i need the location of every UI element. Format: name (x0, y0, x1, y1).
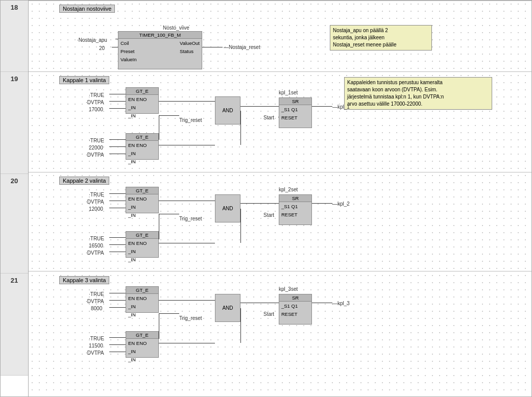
gte-in2-lower: _IN (128, 158, 147, 165)
and-block-21: AND (215, 294, 240, 322)
wire-gte-and-19 (159, 101, 215, 102)
gte-left-21-lower: EN ENO _IN _IN (128, 340, 147, 363)
true-label-20-1: ·TRUE (89, 192, 104, 197)
wire-22000 (109, 146, 126, 147)
gte-title-21-upper: GT_E (126, 287, 158, 294)
true-label-21-1: ·TRUE (89, 291, 104, 297)
val-22000-label: 22000 (89, 145, 103, 151)
sr-start: RESET (281, 114, 298, 121)
val-16500-label: 16500 (89, 243, 103, 249)
timer-valuein: ValueIn (120, 56, 137, 63)
wire-17000 (109, 108, 126, 109)
timer-preset: Preset (120, 48, 137, 55)
gte-left-21-upper: EN ENO _IN _IN (128, 295, 147, 318)
nostaja-reset-label: —Nostaja_reset (224, 44, 260, 50)
comment-box-19: Kappaleiden tunnistus perustuu kameralta… (344, 77, 492, 110)
gte-in1-lower: _IN (128, 150, 147, 157)
gte-title-20-lower: GT_E (126, 232, 158, 239)
section-line-20-21 (29, 271, 531, 271)
section-line-18-19 (29, 71, 531, 72)
val-11500-label: 11500 (89, 343, 103, 349)
gte-body-21-upper: EN ENO _IN _IN (126, 294, 158, 319)
wire-8000 (109, 307, 126, 308)
wire-11500 (109, 344, 126, 345)
gte-en-lower: EN ENO (128, 142, 147, 149)
wire-trigreset-v-19 (159, 115, 159, 140)
dvtpa-label-20-1: ·DVTPA (86, 199, 104, 205)
section-label-19: Kappale 1 valinta (59, 76, 109, 84)
wire-and-sr-20 (240, 203, 279, 204)
gte-title-19-upper: GT_E (126, 88, 158, 95)
wire-and-v-20 (240, 209, 241, 243)
section-line-19-20 (29, 172, 531, 172)
wire-dvtpa-20-1 (109, 201, 126, 201)
kpl1set-label: kpl_1set (279, 90, 298, 95)
row-num-21: 21 (1, 274, 28, 376)
gte-body-20-upper: EN ENO _IN _IN (126, 194, 158, 220)
val-8000-label: 8000 (91, 306, 102, 311)
sr-title-19: SR (279, 98, 311, 105)
section-label-21: Kappale 3 valinta (59, 276, 109, 284)
wire-true-19-1 (109, 94, 126, 94)
gte-title-21-lower: GT_E (126, 332, 158, 339)
wire-gte-and-21 (159, 300, 215, 301)
nosto-viive-label: Nosto_viive (163, 25, 189, 31)
val-17000-label: 17000 (89, 107, 103, 112)
gte-block-21-upper: GT_E EN ENO _IN _IN (126, 286, 159, 313)
sr-body-20: _S1 Q1 RESET (279, 202, 311, 219)
main-container: 18 19 20 21 Nostajan nostoviive Nostaja_… (0, 0, 532, 397)
sr-body-19: _S1 Q1 RESET (279, 105, 311, 122)
true-label-20-2: ·TRUE (89, 236, 104, 241)
timer-status: Status (180, 48, 200, 55)
wire-dvtpa-21-1 (109, 300, 126, 301)
dvtpa-label-21-1: ·DVTPA (86, 299, 104, 304)
and-block-20: AND (215, 194, 240, 222)
gte-block-19-lower: GT_E EN ENO _IN _IN (126, 133, 159, 160)
wire-nostaja-apu (115, 39, 118, 39)
gte-left-19-lower: EN ENO _IN _IN (128, 142, 147, 165)
timer-coil: Coil (120, 40, 137, 47)
wire-dvtpa-19-1 (109, 101, 126, 102)
kpl3set-label: kpl_3set (279, 286, 298, 292)
kpl1-label: —kpl_1 (332, 104, 350, 110)
kpl3-label: —kpl_3 (332, 301, 350, 306)
wire-16500 (109, 244, 126, 245)
row-num-19: 19 (1, 72, 28, 174)
sr-title-20: SR (279, 195, 311, 202)
diagram-area: Nostajan nostoviive Nostaja_apu on pääll… (29, 1, 531, 396)
wire-20 (112, 47, 118, 47)
wire-trigreset-h-21 (159, 313, 179, 314)
sr-left-21: _S1 Q1 RESET (281, 303, 298, 318)
wire-trigreset-h-20 (159, 214, 179, 214)
wire-dvtpa-20-2 (109, 252, 126, 252)
true-label-21-2: ·TRUE (89, 336, 104, 341)
sr-body-21: _S1 Q1 RESET (279, 302, 311, 319)
gte-block-21-lower: GT_E EN ENO _IN _IN (126, 331, 159, 358)
section-line-top (29, 1, 531, 1)
wire-gte-and-20 (159, 201, 215, 201)
sr-title-21: SR (279, 294, 311, 302)
wire-true-19-2 (109, 139, 126, 140)
sr-s1: _S1 Q1 (281, 106, 298, 113)
gte-title-20-upper: GT_E (126, 187, 158, 194)
dvtpa-label-19-1: ·DVTPA (86, 100, 104, 105)
wire-12000 (109, 208, 126, 208)
wire-true-21-2 (109, 337, 126, 338)
sr-left-19: _S1 Q1 RESET (281, 106, 298, 121)
wire-kpl3-out (312, 303, 332, 303)
wire-and-sr-19 (240, 106, 279, 107)
gte-block-20-upper: GT_E EN ENO _IN _IN (126, 187, 159, 213)
wire-gte2-and-19 (159, 145, 215, 145)
wire-true-21-1 (109, 293, 126, 293)
wire-and-v-19 (240, 111, 241, 145)
wire-start-19 (278, 117, 279, 117)
wire-and-sr-21 (240, 303, 279, 303)
trig-reset-label-21: Trig_reset (179, 315, 202, 321)
wire-trigreset-h-19 (159, 115, 179, 116)
row-num-20: 20 (1, 174, 28, 274)
kpl2set-label: kpl_2set (279, 187, 298, 192)
val-12000-label: 12000 (89, 206, 103, 212)
gte-in1: _IN (128, 104, 147, 111)
nostaja-apu-label: ·Nostaja_apu (77, 37, 107, 43)
wire-dvtpa-21-2 (109, 352, 126, 352)
